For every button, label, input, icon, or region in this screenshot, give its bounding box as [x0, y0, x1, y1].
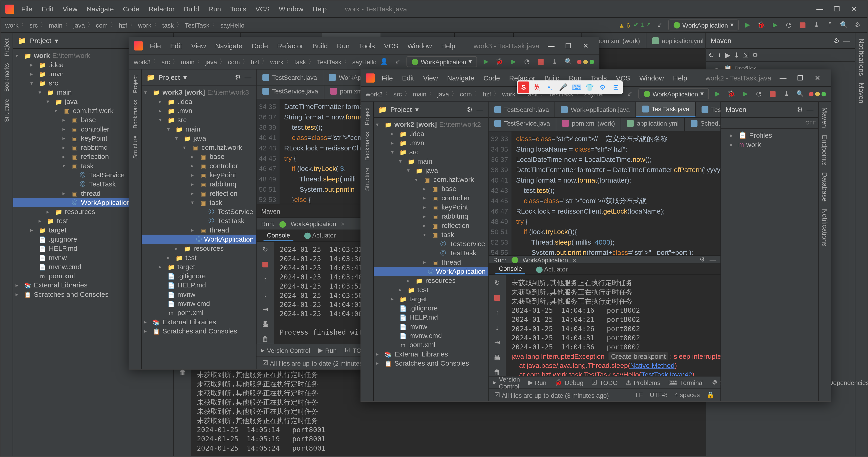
tab-testsearch-java[interactable]: TestSearch.java — [489, 102, 555, 117]
tree-item-mvnw-cmd[interactable]: 📄mvnw.cmd — [142, 299, 256, 308]
menu-help[interactable]: Help — [436, 40, 460, 51]
menu-help[interactable]: Help — [308, 4, 331, 14]
project-tool-button[interactable]: Project — [3, 38, 10, 56]
toolwindow-run[interactable]: ▶ Run — [528, 379, 547, 386]
maximize-button[interactable]: ❐ — [828, 2, 846, 15]
menu-refactor[interactable]: Refactor — [144, 4, 179, 14]
git-push-icon[interactable]: ⤒ — [825, 20, 835, 30]
tree-item-java[interactable]: ▾📁java — [142, 134, 256, 143]
structure-tool-button[interactable]: Structure — [3, 99, 10, 122]
settings-icon[interactable]: ⚙ — [852, 20, 863, 30]
menu-navigate[interactable]: Navigate — [211, 40, 247, 51]
tree-item-mvnw[interactable]: 📄mvnw — [374, 322, 488, 331]
tab-testservice-java[interactable]: TestService.java — [256, 86, 324, 99]
toolwindow-debug[interactable]: 🐞 Debug — [555, 379, 584, 386]
tree-item-mvnw-cmd[interactable]: 📄mvnw.cmd — [374, 331, 488, 340]
menu-window[interactable]: Window — [635, 73, 669, 83]
minimize-button[interactable]: — — [542, 39, 560, 52]
tree-item-testtask[interactable]: ⒸTestTask — [374, 249, 488, 258]
menu-window[interactable]: Window — [274, 4, 308, 14]
tree-item-rabbitmq[interactable]: ▸▣rabbitmq — [374, 212, 488, 221]
tree-item--gitignore[interactable]: 📄.gitignore — [142, 271, 256, 281]
tree-item-base[interactable]: ▸▣base — [142, 152, 256, 161]
ime-toolbar[interactable]: S 英 •, 🎤 ⌨ 👕 ⚙ ⊞ — [517, 80, 623, 94]
menu-refactor[interactable]: Refactor — [273, 40, 308, 51]
tree-item-pom-xml[interactable]: mpom.xml — [374, 340, 488, 350]
vcs-icon[interactable]: ↙ — [654, 20, 664, 30]
bookmarks-tool-button[interactable]: Bookmarks — [3, 63, 10, 92]
menu-window[interactable]: Window — [403, 40, 437, 51]
maven-reload-icon[interactable]: ↻ — [708, 51, 714, 59]
menu-edit[interactable]: Edit — [397, 73, 418, 83]
maximize-button[interactable]: ❐ — [792, 71, 809, 84]
maven-tool-button[interactable]: Maven — [857, 83, 865, 104]
tree-item-keypoint[interactable]: ▸▣keyPoint — [374, 203, 488, 212]
offline-badge[interactable]: OFF — [806, 120, 816, 126]
menu-file[interactable]: File — [17, 4, 37, 14]
tree-item-task[interactable]: ▾▣task — [142, 198, 256, 207]
tree-item-target[interactable]: ▸📁target — [142, 262, 256, 271]
tree-item-com-hzf-work[interactable]: ▾▣com.hzf.work — [142, 143, 256, 152]
stop-button[interactable] — [768, 89, 778, 99]
menu-build[interactable]: Build — [308, 40, 332, 51]
menu-file[interactable]: File — [377, 73, 397, 83]
menu-edit[interactable]: Edit — [37, 4, 58, 14]
notifications-tool-button[interactable]: Notifications — [857, 38, 865, 76]
menu-run[interactable]: Run — [333, 40, 354, 51]
tree-item-com-hzf-work[interactable]: ▾▣com.hzf.work — [374, 175, 488, 184]
tree-item-target[interactable]: ▸📁target — [374, 294, 488, 304]
maven-hide-icon[interactable]: — — [843, 36, 850, 44]
minimize-button[interactable]: — — [775, 71, 792, 84]
lock-icon[interactable]: 🔒 — [707, 391, 715, 399]
run-button[interactable]: ▶ — [742, 20, 753, 30]
stop-button[interactable] — [797, 20, 808, 30]
tree-item-workapplication[interactable]: ⒸWorkApplication — [374, 267, 488, 276]
run-config-selector[interactable]: ⬤WorkApplication ▾ — [668, 20, 739, 31]
tree-item--mvn[interactable]: ▸📁.mvn — [142, 106, 256, 115]
debug-button[interactable]: 🐞 — [726, 89, 737, 99]
profile-button[interactable]: ◔ — [784, 20, 794, 30]
tree-item--mvn[interactable]: ▸📁.mvn — [374, 138, 488, 148]
tree-item-resources[interactable]: ▸📁resources — [374, 276, 488, 285]
menu-view[interactable]: View — [186, 40, 211, 51]
run-config-selector[interactable]: ⬤WorkApplication ▾ — [638, 89, 709, 99]
tree-item-task[interactable]: ▾▣task — [374, 230, 488, 239]
tree-item-thread[interactable]: ▸▣thread — [374, 258, 488, 267]
code-editor[interactable]: class=class="str">"com">// 定义分布式锁的名称 Str… — [512, 132, 720, 256]
maximize-button[interactable]: ❐ — [560, 39, 577, 52]
debug-button[interactable]: 🐞 — [494, 57, 504, 67]
tree-item-testservice[interactable]: ⒸTestService — [142, 207, 256, 216]
tab-testtask-java[interactable]: TestTask.java — [636, 102, 695, 117]
tree-item--gitignore[interactable]: 📄.gitignore — [374, 304, 488, 313]
tree-item-reflection[interactable]: ▸▣reflection — [374, 221, 488, 230]
tree-item-pom-xml[interactable]: mpom.xml — [142, 308, 256, 317]
tab-testsearch-java[interactable]: TestSearch.java — [256, 70, 323, 85]
menu-run[interactable]: Run — [204, 4, 226, 14]
tree-item-resources[interactable]: ▸📁resources — [142, 244, 256, 253]
git-pull-icon[interactable]: ⤓ — [811, 20, 822, 30]
tree-item-controller[interactable]: ▸▣controller — [142, 161, 256, 170]
tree-item-java[interactable]: ▾📁java — [374, 166, 488, 175]
close-button[interactable]: ✕ — [577, 39, 594, 52]
menu-navigate[interactable]: Navigate — [82, 4, 119, 14]
toolwindow-version-control[interactable]: ▸ Version Control — [261, 347, 310, 354]
tab-application-yml[interactable]: application.yml — [646, 33, 706, 48]
debug-button[interactable]: 🐞 — [756, 20, 766, 30]
menu-view[interactable]: View — [418, 73, 442, 83]
search-icon[interactable]: 🔍 — [839, 20, 849, 30]
tab-testservice-java[interactable]: TestService.java — [489, 118, 556, 131]
stop-button[interactable] — [536, 57, 546, 67]
run-config-selector[interactable]: ⬤WorkApplication ▾ — [406, 56, 477, 67]
menu-file[interactable]: File — [145, 40, 165, 51]
toolwindow-run[interactable]: ▶ Run — [318, 347, 337, 354]
menu-code[interactable]: Code — [118, 4, 144, 14]
tab-scheduled-class[interactable]: Scheduled.class — [685, 118, 720, 131]
menu-vcs[interactable]: VCS — [379, 40, 403, 51]
menu-code[interactable]: Code — [247, 40, 273, 51]
tree-item-base[interactable]: ▸▣base — [374, 184, 488, 193]
tab-application-yml[interactable]: application.yml — [621, 118, 685, 131]
maven-crumb[interactable]: Maven — [261, 207, 280, 214]
tree-item-workapplication[interactable]: ⒸWorkApplication — [142, 235, 256, 244]
breadcrumb[interactable]: work3〉src〉main〉java〉com〉hzf〉work〉task〉Te… — [134, 58, 377, 66]
tree-item-mvnw[interactable]: 📄mvnw — [142, 290, 256, 299]
